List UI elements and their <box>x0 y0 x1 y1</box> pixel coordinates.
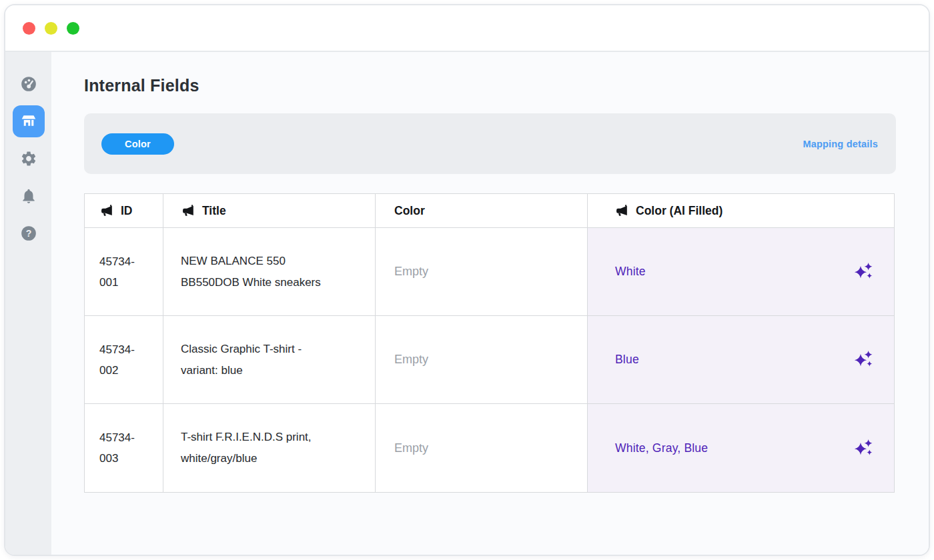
sidebar-item-settings[interactable] <box>13 143 45 175</box>
column-header-title: Title <box>163 194 376 228</box>
zoom-window-button[interactable] <box>67 22 79 35</box>
close-window-button[interactable] <box>23 22 35 35</box>
campaign-icon <box>181 204 195 218</box>
ai-sparkles-icon[interactable] <box>853 438 874 459</box>
table-row-3-color-cell[interactable]: Empty <box>376 404 588 492</box>
gauge-icon <box>20 75 37 93</box>
table-row-3-ai-color-cell[interactable]: White, Gray, Blue <box>588 404 894 492</box>
column-header-color: Color <box>376 194 588 228</box>
help-icon: ? <box>20 225 37 242</box>
table-row-2-color-cell[interactable]: Empty <box>376 316 588 404</box>
table-row-2-id-cell: 45734-002 <box>85 316 163 404</box>
svg-text:?: ? <box>25 228 31 239</box>
color-field-chip[interactable]: Color <box>101 133 174 155</box>
sidebar-item-dashboard[interactable] <box>13 68 45 100</box>
campaign-icon <box>614 204 628 218</box>
sidebar-item-notifications[interactable] <box>13 180 45 212</box>
ai-sparkles-icon[interactable] <box>853 261 874 282</box>
sidebar: ? <box>5 52 51 555</box>
bell-icon <box>20 187 37 205</box>
main-content: Internal Fields Color Mapping details ID <box>51 52 929 555</box>
traffic-lights <box>23 22 79 35</box>
sidebar-item-store[interactable] <box>13 105 45 137</box>
ai-sparkles-icon[interactable] <box>853 349 874 370</box>
campaign-icon <box>99 204 113 218</box>
table-row-3-id-cell: 45734-003 <box>85 404 163 492</box>
sidebar-item-help[interactable]: ? <box>13 217 45 249</box>
page-title: Internal Fields <box>84 76 896 95</box>
store-icon <box>19 112 38 131</box>
table-row-1-title-cell: NEW BALANCE 550 BB550DOB White sneakers <box>163 228 376 316</box>
internal-fields-table: ID Title Color <box>84 193 895 493</box>
field-toolbar: Color Mapping details <box>84 113 896 174</box>
table-row-2-ai-color-cell[interactable]: Blue <box>588 316 894 404</box>
table-row-2-title-cell: Classic Graphic T-shirt - variant: blue <box>163 316 376 404</box>
table-row-1-ai-color-cell[interactable]: White <box>588 228 894 316</box>
gear-icon <box>20 150 37 167</box>
column-header-id: ID <box>85 194 163 228</box>
table-row-3-title-cell: T-shirt F.R.I.E.N.D.S print, white/gray/… <box>163 404 376 492</box>
title-bar <box>5 5 929 52</box>
column-header-color-ai-filled: Color (AI Filled) <box>588 194 894 228</box>
minimize-window-button[interactable] <box>45 22 57 35</box>
mapping-details-link[interactable]: Mapping details <box>803 139 878 149</box>
table-row-1-id-cell: 45734-001 <box>85 228 163 316</box>
table-row-1-color-cell[interactable]: Empty <box>376 228 588 316</box>
app-window: ? Internal Fields Color Mapping details <box>4 4 930 556</box>
